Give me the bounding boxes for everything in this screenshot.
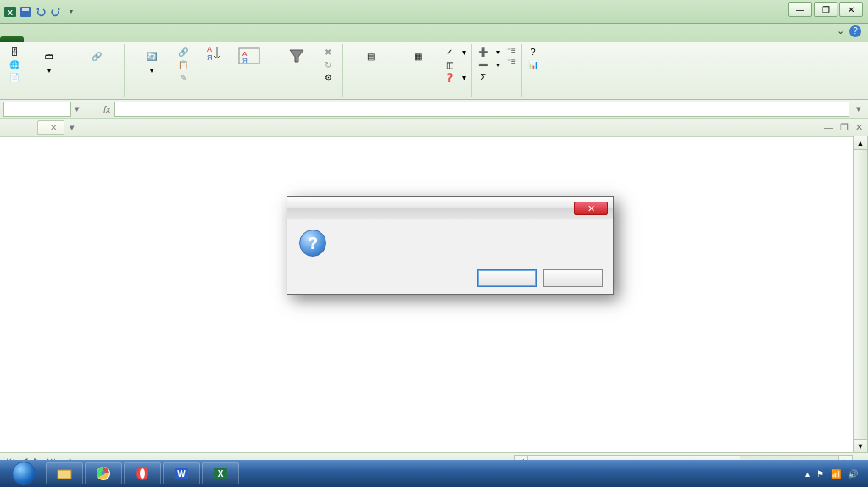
access-icon: 🗄 — [8, 46, 20, 58]
ribbon-tabs: ⌄ ? — [0, 24, 868, 42]
vscroll-thumb[interactable] — [854, 150, 867, 439]
svg-text:Я: Я — [242, 57, 248, 64]
sheet-area — [0, 137, 868, 452]
reapply-button[interactable]: ↻ — [322, 58, 337, 70]
group-icon: ➕ — [477, 46, 489, 58]
connections-button[interactable]: 🔗 — [177, 46, 192, 58]
refresh-all-button[interactable]: 🔄▾ — [130, 46, 174, 75]
scroll-down-icon[interactable]: ▼ — [854, 439, 867, 452]
close-button[interactable]: ✕ — [839, 2, 863, 17]
qat-customize-icon[interactable]: ▾ — [64, 5, 78, 19]
undo-icon[interactable] — [34, 5, 47, 19]
consolidate-icon: ◫ — [443, 58, 455, 70]
svg-text:А: А — [207, 45, 212, 53]
name-box-dropdown-icon[interactable]: ▾ — [75, 103, 80, 114]
tray-network-icon[interactable]: 📶 — [831, 469, 841, 479]
ok-button[interactable] — [477, 269, 537, 287]
dialog-titlebar[interactable]: ✕ — [287, 197, 613, 219]
text-icon: 📄 — [8, 71, 20, 83]
solver-icon: ? — [527, 46, 539, 58]
remove-duplicates-button[interactable]: ▦ — [396, 46, 440, 68]
data-validation-button[interactable]: ✓ ▾ — [443, 46, 466, 58]
sort-button[interactable]: АЯ — [227, 46, 271, 68]
fx-icon[interactable]: fx — [103, 104, 111, 114]
doc-minimize-icon[interactable]: — — [824, 122, 833, 133]
advanced-button[interactable]: ⚙ — [322, 71, 337, 83]
group-data-tools: ▤ ▦ ✓ ▾ ◫ ❓ ▾ — [343, 44, 472, 97]
task-word[interactable]: W — [163, 462, 200, 484]
sort-az-button[interactable]: АЯ — [203, 46, 224, 68]
titlebar: X ▾ — ❐ ✕ — [0, 0, 868, 24]
whatif-icon: ❓ — [443, 71, 455, 83]
doc-tab-dropdown-icon[interactable]: ▾ — [64, 122, 80, 133]
clear-icon: ✖ — [322, 46, 334, 58]
formula-input[interactable] — [114, 102, 849, 117]
properties-button[interactable]: 📋 — [177, 58, 192, 70]
solver-button[interactable]: ? — [527, 46, 542, 58]
properties-icon: 📋 — [177, 58, 189, 70]
database-icon: 🗃 — [36, 46, 63, 66]
reapply-icon: ↻ — [322, 58, 334, 70]
svg-rect-9 — [58, 470, 71, 479]
tray-flag-icon[interactable]: ⚑ — [816, 469, 824, 479]
doc-close-icon[interactable]: ✕ — [855, 122, 863, 133]
formula-bar: ▾ fx ▾ — [0, 100, 868, 119]
help-button[interactable] — [543, 269, 603, 287]
clear-filter-button[interactable]: ✖ — [322, 46, 337, 58]
task-opera[interactable] — [124, 462, 161, 484]
name-box[interactable] — [3, 102, 71, 117]
vertical-scrollbar[interactable]: ▲ ▼ — [853, 136, 868, 453]
document-tabs: ✕ ▾ — ❐ ✕ — [0, 119, 868, 137]
data-analysis-button[interactable]: 📊 — [527, 58, 542, 70]
svg-text:Я: Я — [207, 53, 213, 62]
task-excel[interactable]: X — [202, 462, 239, 484]
filter-icon — [283, 46, 310, 66]
save-icon[interactable] — [19, 5, 32, 19]
subtotal-icon: Σ — [477, 71, 489, 83]
consolidate-button[interactable]: ◫ — [443, 58, 466, 70]
maximize-button[interactable]: ❐ — [814, 2, 837, 17]
refresh-icon: 🔄 — [138, 46, 165, 66]
scroll-up-icon[interactable]: ▲ — [854, 136, 867, 150]
dialog-close-button[interactable]: ✕ — [574, 202, 608, 215]
group-button[interactable]: ➕ ▾ — [477, 46, 500, 58]
svg-text:X: X — [8, 8, 13, 17]
from-text-button[interactable]: 📄 — [8, 71, 24, 83]
svg-rect-3 — [22, 8, 29, 11]
doc-restore-icon[interactable]: ❐ — [840, 122, 849, 133]
task-chrome[interactable] — [85, 462, 122, 484]
subtotal-button[interactable]: Σ — [477, 71, 500, 83]
text-to-columns-button[interactable]: ▤ — [348, 46, 392, 68]
task-explorer[interactable] — [46, 462, 83, 484]
file-tab[interactable] — [0, 36, 24, 42]
question-icon: ? — [299, 230, 326, 257]
error-dialog: ✕ ? — [287, 196, 614, 295]
existing-conn-button[interactable]: 🔗 — [75, 46, 119, 68]
edit-links-icon: ✎ — [177, 71, 189, 83]
from-access-button[interactable]: 🗄 — [8, 46, 24, 58]
redo-icon[interactable] — [49, 5, 63, 19]
tray-volume-icon[interactable]: 🔊 — [848, 469, 858, 479]
from-other-button[interactable]: 🗃▾ — [27, 46, 71, 75]
show-detail-icon[interactable]: ⁺≡ — [507, 46, 516, 55]
edit-links-button[interactable]: ✎ — [177, 71, 192, 83]
filter-button[interactable] — [275, 46, 319, 68]
what-if-button[interactable]: ❓ ▾ — [443, 71, 466, 83]
columns-icon: ▤ — [357, 46, 384, 66]
ungroup-button[interactable]: ➖ ▾ — [477, 58, 500, 70]
start-button[interactable] — [3, 460, 44, 487]
hide-detail-icon[interactable]: ⁻≡ — [507, 57, 516, 66]
minimize-button[interactable]: — — [788, 2, 812, 17]
tray-arrow-icon[interactable]: ▴ — [805, 469, 810, 479]
connection-icon: 🔗 — [83, 46, 110, 66]
doc-tab-active[interactable]: ✕ — [37, 120, 64, 135]
web-icon: 🌐 — [8, 58, 20, 70]
help-icon[interactable]: ? — [849, 25, 861, 37]
doc-tab-close-icon[interactable]: ✕ — [50, 123, 57, 132]
sort-icon: АЯ — [236, 46, 263, 66]
from-web-button[interactable]: 🌐 — [8, 58, 24, 70]
formula-expand-icon[interactable]: ▾ — [853, 103, 865, 114]
group-connections: 🔄▾ 🔗 📋 ✎ — [125, 44, 198, 97]
validation-icon: ✓ — [443, 46, 455, 58]
ribbon-minimize-icon[interactable]: ⌄ — [837, 25, 844, 37]
